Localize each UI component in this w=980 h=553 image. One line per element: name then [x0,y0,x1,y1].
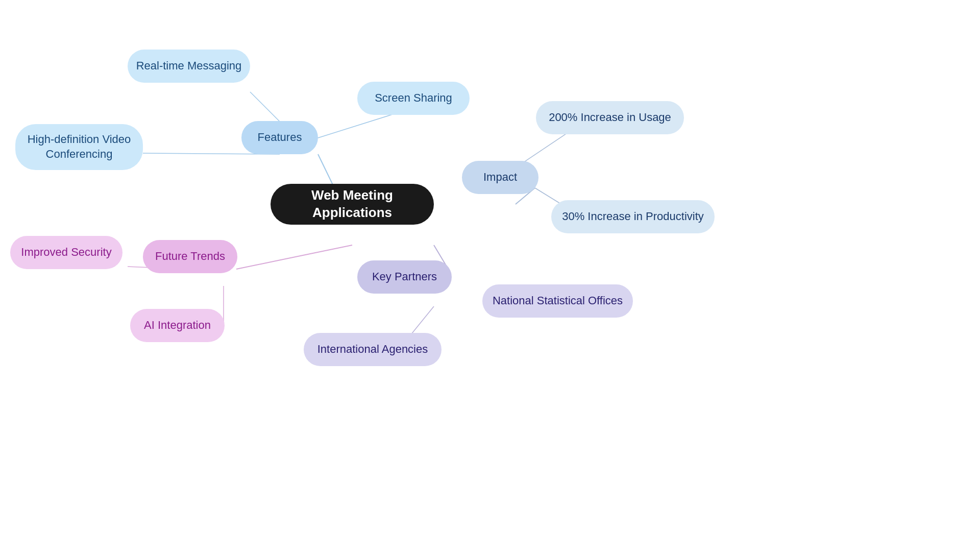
screen-sharing-node: Screen Sharing [357,82,470,115]
usage-increase-label: 200% Increase in Usage [549,110,671,125]
realtime-messaging-label: Real-time Messaging [136,59,242,74]
hd-video-node: High-definition Video Conferencing [15,124,143,170]
hd-video-label: High-definition Video Conferencing [15,132,143,161]
usage-increase-node: 200% Increase in Usage [536,101,684,134]
central-node: Web Meeting Applications [271,184,434,225]
international-agencies-label: International Agencies [317,342,428,357]
improved-security-node: Improved Security [10,236,122,269]
productivity-increase-node: 30% Increase in Productivity [551,200,715,233]
productivity-increase-label: 30% Increase in Productivity [562,209,704,224]
ai-integration-node: AI Integration [130,309,225,342]
future-trends-label: Future Trends [155,249,225,264]
realtime-messaging-node: Real-time Messaging [128,50,250,83]
national-statistical-node: National Statistical Offices [482,284,633,318]
features-label: Features [258,130,302,145]
key-partners-node: Key Partners [357,260,452,294]
svg-line-10 [236,245,352,269]
features-node: Features [241,121,318,154]
impact-node: Impact [462,161,538,194]
impact-label: Impact [483,170,517,185]
improved-security-label: Improved Security [21,245,111,260]
screen-sharing-label: Screen Sharing [375,91,452,106]
ai-integration-label: AI Integration [144,318,211,333]
international-agencies-node: International Agencies [304,333,442,366]
future-trends-node: Future Trends [143,240,237,273]
key-partners-label: Key Partners [372,270,437,284]
national-statistical-label: National Statistical Offices [493,294,623,308]
